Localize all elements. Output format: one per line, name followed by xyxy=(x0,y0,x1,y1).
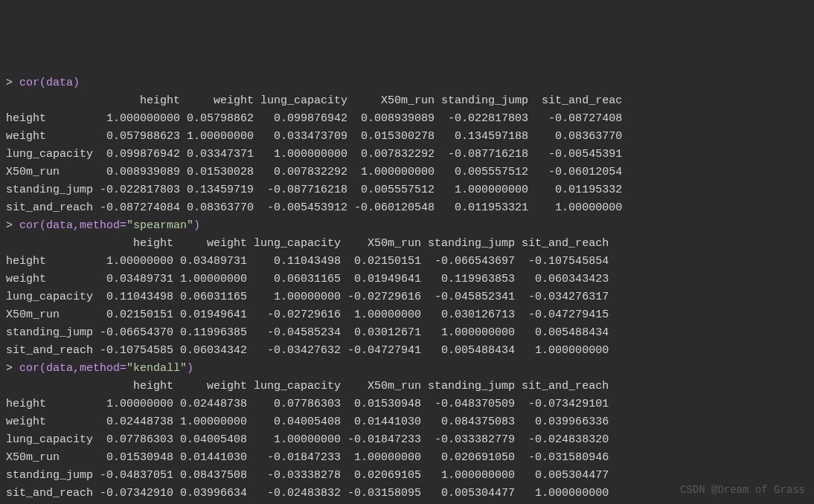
output1-row-4: standing_jump -0.022817803 0.13459719 -0… xyxy=(6,184,622,196)
string-2: "spearman" xyxy=(126,219,193,232)
output2-row-1: weight 0.03489731 1.00000000 0.06031165 … xyxy=(6,273,609,285)
output2-row-5: sit_and_reach -0.10754585 0.06034342 -0.… xyxy=(6,344,609,357)
prompt-1: > xyxy=(6,77,19,89)
output2-row-3: X50m_run 0.02150151 0.01949641 -0.027296… xyxy=(6,308,609,321)
output2-row-2: lung_capacity 0.11043498 0.06031165 1.00… xyxy=(6,291,609,303)
output1-header: height weight lung_capacity X50m_run sta… xyxy=(6,94,622,107)
output3-row-2: lung_capacity 0.07786303 0.04005408 1.00… xyxy=(6,433,609,446)
command-3: cor(data,method= xyxy=(19,362,126,375)
command-3-end: ) xyxy=(187,362,193,375)
output3-row-0: height 1.00000000 0.02448738 0.07786303 … xyxy=(6,398,609,410)
output3-row-5: sit_and_reach -0.07342910 0.03996634 -0.… xyxy=(6,487,609,500)
prompt-3: > xyxy=(6,362,19,375)
output3-header: height weight lung_capacity X50m_run sta… xyxy=(6,380,609,392)
output1-row-2: lung_capacity 0.099876942 0.03347371 1.0… xyxy=(6,148,622,161)
output2-row-4: standing_jump -0.06654370 0.11996385 -0.… xyxy=(6,326,609,339)
output1-row-5: sit_and_reach -0.087274084 0.08363770 -0… xyxy=(6,201,622,214)
output3-row-3: X50m_run 0.01530948 0.01441030 -0.018472… xyxy=(6,451,609,464)
output1-row-3: X50m_run 0.008939089 0.01530028 0.007832… xyxy=(6,166,622,178)
output3-row-4: standing_jump -0.04837051 0.08437508 -0.… xyxy=(6,469,609,482)
command-2: cor(data,method= xyxy=(19,219,126,232)
output1-row-0: height 1.000000000 0.05798862 0.09987694… xyxy=(6,112,622,125)
output2-header: height weight lung_capacity X50m_run sta… xyxy=(6,237,609,250)
console-output: > cor(data) height weight lung_capacity … xyxy=(6,74,808,503)
output3-row-1: weight 0.02448738 1.00000000 0.04005408 … xyxy=(6,416,609,428)
string-3: "kendall" xyxy=(126,362,187,375)
watermark: CSDN @Dream of Grass xyxy=(680,482,805,498)
prompt-2: > xyxy=(6,219,19,232)
output1-row-1: weight 0.057988623 1.00000000 0.03347370… xyxy=(6,130,622,143)
output2-row-0: height 1.00000000 0.03489731 0.11043498 … xyxy=(6,255,609,268)
command-1: cor(data) xyxy=(19,77,80,89)
command-2-end: ) xyxy=(193,219,200,232)
